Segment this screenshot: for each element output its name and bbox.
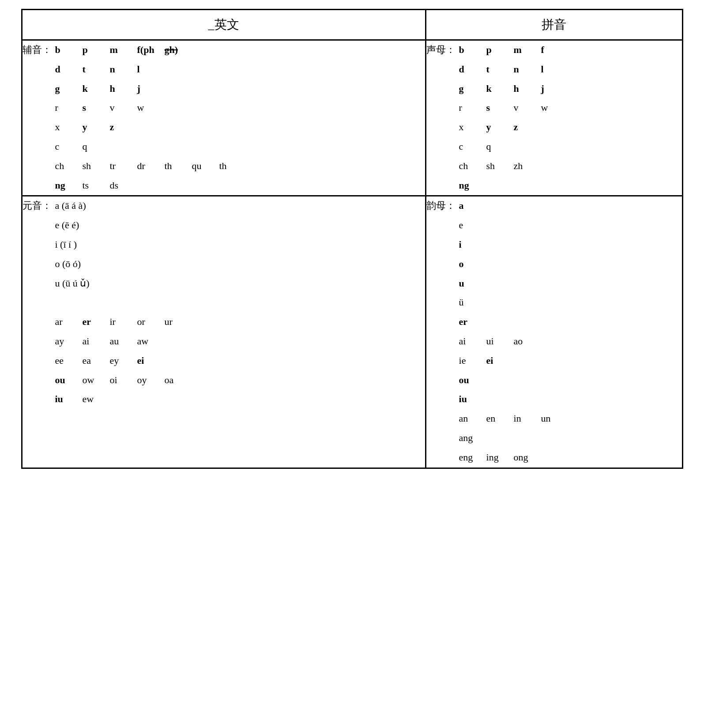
phoneme-item: iu [459,390,478,408]
phoneme-item: x [459,118,478,136]
section-label: 韵母： [426,196,456,215]
phoneme-item: ch [459,157,478,175]
phoneme-item: i [459,235,478,254]
phoneme-item: m [110,41,129,59]
phoneme-item: eng [459,448,478,467]
phoneme-item: r [55,98,75,117]
phoneme-item: zh [514,157,533,175]
phoneme-item: ü [459,293,478,312]
content-cell: 韵母： aeiouüeraiuiaoieeiouiuaneninunangeng… [425,196,682,468]
phoneme-item: s [83,98,102,117]
phoneme-item: j [137,79,157,98]
phoneme-item: y [83,118,102,136]
phoneme-item: ao [514,332,533,351]
phoneme-item: b [459,41,478,59]
phoneme-item: s [486,98,506,117]
phoneme-item: d [459,60,478,79]
phoneme-item: z [110,118,129,136]
phoneme-item: sh [486,157,506,175]
phoneme-item: g [459,79,478,98]
section-label: 声母： [426,41,456,59]
comparison-table: _英文 拼音 辅音： bpmf(ph gh)dtnlgkhjrsvwxyzcqc… [21,9,683,469]
phoneme-item: gh) [165,41,184,59]
phoneme-item: n [514,60,533,79]
content-cell: 声母： bpmfdtnlgkhjrsvwxyzcqchshzhng [425,40,682,196]
phoneme-item: i (ī í ) [55,235,77,254]
phoneme-item: l [137,60,157,79]
lines-container: bpmfdtnlgkhjrsvwxyzcqchshzhng [459,41,682,195]
phoneme-item: c [55,137,75,156]
phoneme-item: oy [137,371,157,389]
phoneme-item: in [514,409,533,428]
phoneme-item: j [541,79,561,98]
phoneme-item: oa [165,371,184,389]
phoneme-item: d [55,60,75,79]
phoneme-item: t [83,60,102,79]
phoneme-item: ir [110,313,129,331]
phoneme-item: ou [55,371,75,389]
phoneme-item: f [541,41,561,59]
phoneme-item: ai [83,332,102,351]
content-cell: 辅音： bpmf(ph gh)dtnlgkhjrsvwxyzcqchshtrdr… [22,40,425,196]
phoneme-item: ei [486,351,506,370]
lines-container: bpmf(ph gh)dtnlgkhjrsvwxyzcqchshtrdrthqu… [55,41,425,195]
phoneme-item: a [459,196,478,215]
phoneme-item: ong [514,448,533,467]
lines-container: a (ā á à)e (ē é)i (ī í )o (ō ó)u (ū ú ǔ)… [55,196,425,409]
phoneme-item: iu [55,390,75,408]
phoneme-item: th [219,157,239,175]
phoneme-item: ee [55,351,75,370]
col1-header: _英文 [22,10,425,40]
phoneme-item: ng [55,176,75,195]
section-label: 辅音： [23,41,52,59]
phoneme-item: c [459,137,478,156]
phoneme-item: or [137,313,157,331]
phoneme-item: b [55,41,75,59]
phoneme-item: p [83,41,102,59]
phoneme-item: un [541,409,561,428]
phoneme-item: u (ū ú ǔ) [55,274,90,293]
phoneme-item: u [459,274,478,293]
lines-container: aeiouüeraiuiaoieeiouiuaneninunangengingo… [459,196,682,467]
phoneme-item: ie [459,351,478,370]
phoneme-item: ing [486,448,506,467]
phoneme-item: qu [192,157,211,175]
phoneme-item: ui [486,332,506,351]
phoneme-item: oi [110,371,129,389]
phoneme-item: o [459,255,478,273]
phoneme-item: o (ō ó) [55,255,81,273]
phoneme-item: g [55,79,75,98]
phoneme-item: r [459,98,478,117]
phoneme-item: ur [165,313,184,331]
phoneme-item: e [459,216,478,234]
phoneme-item: e (ē é) [55,216,79,234]
phoneme-item: ar [55,313,75,331]
phoneme-item: w [541,98,561,117]
phoneme-item: en [486,409,506,428]
section-label: 元音： [23,196,52,215]
phoneme-item: dr [137,157,157,175]
phoneme-item: k [486,79,506,98]
content-cell: 元音： a (ā á à)e (ē é)i (ī í )o (ō ó)u (ū … [22,196,425,468]
phoneme-item: x [55,118,75,136]
phoneme-item: ey [110,351,129,370]
phoneme-item: er [459,313,478,331]
phoneme-item: l [541,60,561,79]
phoneme-item: q [486,137,506,156]
phoneme-item: f(ph [137,41,157,59]
phoneme-item: n [110,60,129,79]
phoneme-item: y [486,118,506,136]
phoneme-item: h [110,79,129,98]
phoneme-item: v [110,98,129,117]
phoneme-item: a (ā á à) [55,196,86,215]
phoneme-item: ng [459,176,478,195]
phoneme-item: ew [83,390,102,408]
phoneme-item: ay [55,332,75,351]
table-row: 元音： a (ā á à)e (ē é)i (ī í )o (ō ó)u (ū … [22,196,682,468]
table-row: 辅音： bpmf(ph gh)dtnlgkhjrsvwxyzcqchshtrdr… [22,40,682,196]
phoneme-item: p [486,41,506,59]
col2-header: 拼音 [425,10,682,40]
phoneme-item: ow [83,371,102,389]
phoneme-item: z [514,118,533,136]
phoneme-item: q [83,137,102,156]
